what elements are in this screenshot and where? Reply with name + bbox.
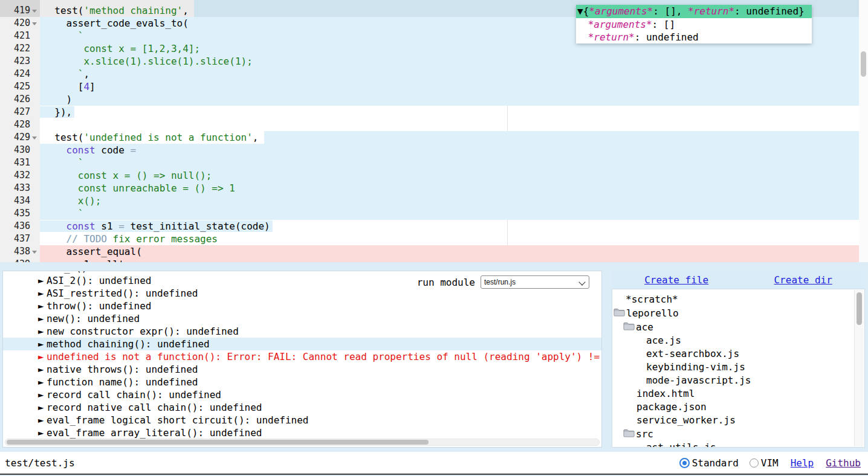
fold-toggle[interactable] bbox=[30, 8, 39, 13]
test-result-item[interactable]: ►record call chain(): undefined bbox=[3, 388, 601, 401]
github-link[interactable]: Github bbox=[826, 457, 861, 469]
test-result-item[interactable]: ►new constructor expr(): undefined bbox=[3, 325, 601, 338]
line-number: 435 bbox=[14, 207, 30, 220]
code-line-content[interactable]: assert_equal( bbox=[40, 245, 868, 258]
test-result-item[interactable]: ►native throws(): undefined bbox=[3, 363, 601, 376]
tooltip-row[interactable]: *return*: undefined bbox=[576, 31, 812, 43]
code-line-content[interactable]: s1.calltree bbox=[40, 258, 868, 262]
code-line-content[interactable]: const x = () => null(); bbox=[40, 169, 868, 182]
tooltip-key: *return* bbox=[582, 31, 635, 43]
tree-folder[interactable]: leporello bbox=[612, 306, 864, 320]
expand-arrow-icon[interactable]: ► bbox=[38, 350, 47, 363]
code-line: 438 assert_equal( bbox=[0, 245, 868, 258]
line-number: 428 bbox=[14, 118, 30, 131]
code-token: fix error messages bbox=[107, 233, 218, 245]
run-module-select[interactable]: test/run.js bbox=[481, 275, 589, 289]
code-line-content[interactable]: const unreachable = () => 1 bbox=[40, 182, 868, 195]
code-line: 427 }), bbox=[0, 106, 868, 118]
code-line: 426 ) bbox=[0, 93, 868, 106]
test-result-item[interactable]: ►new(): undefined bbox=[3, 312, 601, 325]
code-line-content[interactable]: ` bbox=[40, 207, 868, 220]
editor-scrollbar-thumb[interactable] bbox=[861, 51, 866, 77]
fold-arrow-icon bbox=[32, 22, 37, 25]
test-result-item[interactable]: ►eval_frame array_literal(): undefined bbox=[3, 426, 601, 439]
file-tree-scrollbar-thumb[interactable] bbox=[857, 292, 862, 325]
tree-item[interactable]: index.html bbox=[612, 387, 864, 400]
expand-arrow-icon[interactable]: ► bbox=[38, 388, 47, 401]
tree-item[interactable]: ext-searchbox.js bbox=[612, 347, 864, 361]
mode-option-vim[interactable]: VIM bbox=[750, 457, 779, 469]
test-result-item[interactable]: ►record native call chain(): undefined bbox=[3, 401, 601, 414]
test-result-item[interactable]: ►method chaining(): undefined bbox=[3, 338, 601, 350]
code-token: const bbox=[66, 220, 96, 232]
code-line-content[interactable]: [4] bbox=[40, 80, 868, 93]
tree-item[interactable]: mode-javascript.js bbox=[612, 374, 864, 387]
expand-arrow-icon[interactable]: ► bbox=[38, 287, 47, 300]
code-line-content[interactable]: x(); bbox=[40, 195, 868, 207]
status-bar: test/test.js StandardVIMHelpGithub bbox=[0, 452, 868, 475]
test-result-item[interactable]: ►function name(): undefined bbox=[3, 376, 601, 388]
expand-arrow-icon[interactable]: ► bbox=[38, 300, 47, 312]
code-line-content[interactable]: ) bbox=[40, 93, 868, 106]
code-line-content[interactable]: x.slice(1).slice(1).slice(1); bbox=[40, 55, 868, 68]
test-result-item[interactable]: ►ASI_restrited(): undefined bbox=[3, 287, 601, 300]
value-inspector-body: *arguments*: [] *return*: undefined bbox=[576, 18, 812, 43]
create-dir-link[interactable]: Create dir bbox=[774, 274, 832, 286]
tree-item[interactable]: service_worker.js bbox=[612, 414, 864, 427]
line-number: 437 bbox=[14, 233, 30, 245]
test-result-label: undefined is not a function(): Error: FA… bbox=[47, 351, 600, 362]
code-line-content[interactable]: const code = bbox=[40, 144, 868, 156]
code-line-content[interactable]: test('undefined is not a function', () =… bbox=[40, 131, 868, 144]
fold-toggle[interactable] bbox=[30, 249, 39, 254]
code-editor[interactable]: 419 test('method chaining', () => {420 a… bbox=[0, 0, 868, 262]
results-scrollbar-thumb[interactable] bbox=[7, 440, 429, 445]
code-line-content[interactable]: ` bbox=[40, 156, 868, 169]
tree-folder[interactable]: src bbox=[612, 427, 864, 441]
code-token: const unreachable = () => 1 bbox=[43, 182, 235, 194]
mode-option-standard[interactable]: Standard bbox=[679, 457, 739, 469]
create-file-link[interactable]: Create file bbox=[644, 274, 708, 286]
expand-arrow-icon[interactable]: ► bbox=[38, 401, 47, 414]
expand-arrow-icon[interactable]: ► bbox=[38, 376, 47, 388]
expand-arrow-icon[interactable]: ► bbox=[38, 426, 47, 439]
line-number-gutter: 432 bbox=[0, 169, 40, 182]
code-token: 'method chaining' bbox=[83, 5, 183, 16]
code-line-content[interactable]: // TODO fix error messages bbox=[40, 233, 868, 245]
test-result-item[interactable]: ►throw(): undefined bbox=[3, 300, 601, 312]
line-number: 424 bbox=[14, 68, 30, 80]
code-line-content[interactable]: }), bbox=[40, 106, 868, 118]
test-result-item[interactable]: ►undefined is not a function(): Error: F… bbox=[3, 350, 601, 363]
tree-item[interactable]: ast_utils.js bbox=[612, 441, 864, 448]
tree-folder[interactable]: ace bbox=[612, 320, 864, 334]
code-line: 425 [4] bbox=[0, 80, 868, 93]
tree-item[interactable]: keybinding-vim.js bbox=[612, 361, 864, 374]
expand-arrow-icon[interactable]: ► bbox=[38, 338, 47, 350]
expand-arrow-icon[interactable]: ► bbox=[38, 312, 47, 325]
code-line: 437 // TODO fix error messages bbox=[0, 233, 868, 245]
file-tree-scrollbar bbox=[854, 290, 864, 446]
code-line-content[interactable]: const x = [1,2,3,4]; bbox=[40, 42, 868, 55]
radio-icon[interactable] bbox=[750, 458, 759, 468]
help-link[interactable]: Help bbox=[791, 457, 814, 469]
expand-arrow-icon[interactable]: ► bbox=[38, 363, 47, 376]
line-number-gutter: 435 bbox=[0, 207, 40, 220]
file-panel: Create file Create dir *scratch*leporell… bbox=[612, 271, 865, 448]
tooltip-row[interactable]: *arguments*: [] bbox=[576, 18, 812, 31]
expand-arrow-icon[interactable]: ► bbox=[38, 274, 47, 287]
expand-arrow-icon[interactable]: ► bbox=[38, 325, 47, 338]
code-token: 'undefined is not a function' bbox=[83, 132, 252, 143]
tree-item[interactable]: *scratch* bbox=[612, 293, 864, 306]
tree-item[interactable]: ace.js bbox=[612, 334, 864, 347]
expand-arrow-icon[interactable]: ► bbox=[38, 414, 47, 426]
radio-selected-icon[interactable] bbox=[679, 458, 690, 468]
code-token bbox=[43, 233, 66, 245]
code-line-content[interactable] bbox=[40, 118, 868, 131]
code-line-content[interactable]: const s1 = test_initial_state(code) bbox=[40, 220, 868, 233]
value-inspector-header[interactable]: ▼{*arguments*: [], *return*: undefined} bbox=[576, 5, 812, 18]
fold-toggle[interactable] bbox=[30, 21, 39, 25]
code-line-content[interactable]: `, bbox=[40, 68, 868, 80]
test-result-item[interactable]: ►eval_frame logical short circuit(): und… bbox=[3, 414, 601, 426]
fold-toggle[interactable] bbox=[30, 135, 39, 140]
tree-item[interactable]: package.json bbox=[612, 400, 864, 414]
code-token bbox=[43, 220, 66, 232]
